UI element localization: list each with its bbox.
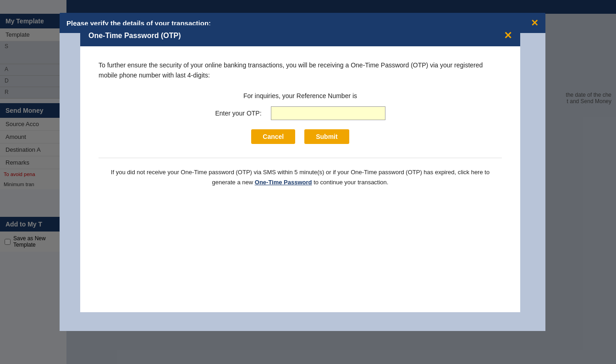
otp-description: To further ensure the security of your o… [99, 60, 502, 81]
otp-footer-text-part2: to continue your transaction. [312, 179, 389, 186]
cancel-button[interactable]: Cancel [251, 129, 295, 144]
otp-footer-text: If you did not receive your One-Time pas… [99, 167, 502, 188]
otp-modal: One-Time Password (OTP) ✕ To further ens… [80, 25, 520, 312]
otp-reference-row: For inquiries, your Reference Number is [99, 92, 502, 99]
otp-buttons: Cancel Submit [99, 129, 502, 144]
otp-modal-close-button[interactable]: ✕ [504, 30, 512, 42]
otp-reference-text: For inquiries, your Reference Number is [243, 92, 357, 99]
otp-modal-title: One-Time Password (OTP) [88, 32, 181, 40]
otp-modal-header: One-Time Password (OTP) ✕ [80, 25, 520, 46]
otp-input-label: Enter your OTP: [215, 110, 261, 117]
otp-input[interactable] [271, 106, 385, 120]
otp-input-row: Enter your OTP: [99, 106, 502, 120]
otp-modal-body: To further ensure the security of your o… [80, 46, 520, 312]
submit-button[interactable]: Submit [304, 129, 349, 144]
outer-modal-close-button[interactable]: ✕ [531, 17, 539, 28]
otp-regenerate-link[interactable]: One-Time Password [255, 179, 312, 186]
otp-divider [99, 158, 502, 158]
